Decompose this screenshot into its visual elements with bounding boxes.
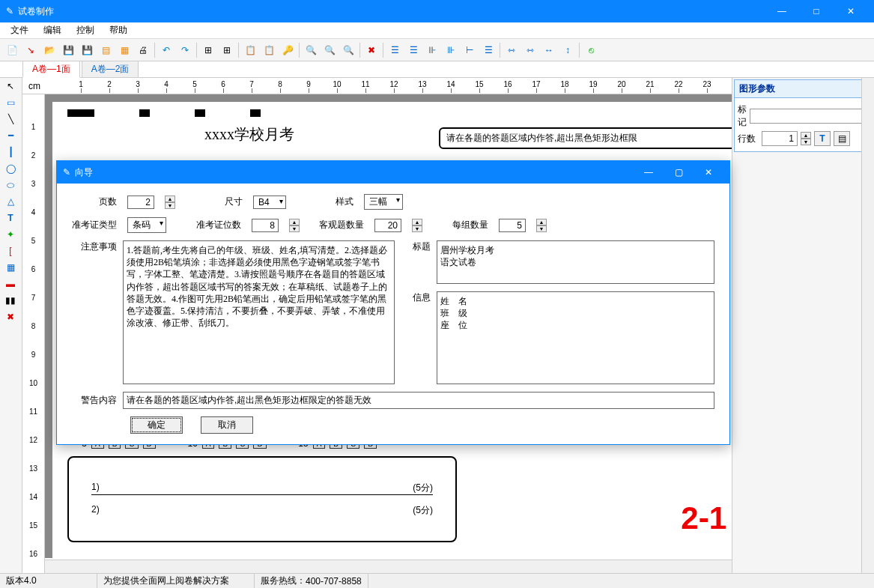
align-top-icon[interactable]: ⊪	[423, 41, 441, 59]
align-left-icon[interactable]: ☰	[386, 41, 404, 59]
copyall-icon[interactable]: ⊞	[218, 41, 236, 59]
marker-block	[67, 109, 94, 117]
objcnt-label: 客观题数量	[319, 219, 364, 231]
maximize-button[interactable]: □	[799, 0, 834, 22]
print-icon[interactable]: 🖨	[134, 41, 152, 59]
tool-pointer[interactable]: ↖	[0, 78, 21, 94]
answer-box: 1)(5分) 2)(5分)	[67, 456, 457, 542]
new-icon[interactable]: 📄	[3, 41, 21, 59]
exit-icon[interactable]: ⎋	[582, 41, 600, 59]
tool-rect[interactable]: ▭	[0, 94, 21, 111]
cancel-button[interactable]: 取消	[201, 416, 253, 434]
panel-scrollbar[interactable]	[861, 78, 874, 573]
saveas-icon[interactable]: 💾	[78, 41, 96, 59]
list-style-button[interactable]: ▤	[834, 131, 850, 146]
zoom-in-icon[interactable]: 🔍	[339, 41, 357, 59]
delete-icon[interactable]: ✖	[362, 41, 380, 59]
zoom-100-icon[interactable]: 🔍	[321, 41, 339, 59]
tab-a1[interactable]: A卷—1面	[22, 61, 80, 78]
tool-fill[interactable]: ▬	[0, 276, 21, 292]
tool-line[interactable]: ╲	[0, 111, 21, 127]
q-score: (5分)	[413, 504, 433, 517]
tab-a2[interactable]: A卷—2面	[82, 61, 139, 77]
text-style-button[interactable]: T	[814, 131, 831, 146]
notes-label: 注意事项	[72, 240, 117, 384]
tool-text[interactable]: T	[0, 210, 21, 226]
status-hotline: 服务热线：400-707-8858	[255, 574, 368, 588]
panel-header-shape[interactable]: 图形参数 ⌃	[735, 80, 872, 98]
key-icon[interactable]: 🔑	[279, 41, 297, 59]
tool-star[interactable]: ✦	[0, 226, 21, 243]
wizard-minimize[interactable]: —	[634, 162, 664, 183]
style-select[interactable]: 三幅	[364, 194, 403, 210]
objcnt-input[interactable]: 20	[374, 219, 401, 232]
align-right-icon[interactable]: ☰	[404, 41, 422, 59]
objcnt-spinner[interactable]: ▲▼	[412, 219, 422, 232]
tool-hline[interactable]: ━	[0, 127, 21, 144]
titlebox-textarea[interactable]	[437, 240, 714, 284]
menu-control[interactable]: 控制	[69, 22, 102, 38]
tool-bracket[interactable]: [	[0, 243, 21, 259]
status-version: 版本4.0	[0, 574, 97, 588]
wizard-title: 向导	[75, 166, 634, 179]
q-num: 1)	[91, 482, 100, 494]
lines-spinner[interactable]: ▲▼	[801, 132, 811, 145]
mark-input[interactable]	[750, 109, 870, 124]
pasteall-icon[interactable]: 📋	[260, 41, 278, 59]
undo-icon[interactable]: ↶	[157, 41, 175, 59]
tool-delete[interactable]: ✖	[0, 309, 21, 325]
grpcnt-input[interactable]: 5	[499, 219, 526, 232]
align-hcenter-icon[interactable]: ⊢	[461, 41, 479, 59]
horizontal-scrollbar[interactable]	[45, 560, 732, 573]
form-icon[interactable]: ▤	[97, 41, 115, 59]
instruction-box: 请在各题的答题区域内作答,超出黑色矩形边框限	[439, 127, 732, 149]
q-num: 2)	[91, 504, 100, 517]
info-textarea[interactable]	[437, 291, 714, 384]
iddigits-input[interactable]: 8	[252, 219, 279, 232]
close-button[interactable]: ✕	[834, 0, 868, 22]
notes-textarea[interactable]	[123, 240, 395, 384]
align-vcenter-icon[interactable]: ☰	[479, 41, 497, 59]
table-icon[interactable]: ▦	[115, 41, 133, 59]
copy-icon[interactable]: ⊞	[199, 41, 217, 59]
paste-icon[interactable]: 📋	[241, 41, 259, 59]
warn-input[interactable]: 请在各题的答题区域内作答,超出黑色矩形边框限定的答题无效	[123, 392, 714, 409]
size-select[interactable]: B4	[253, 196, 286, 209]
tool-vline[interactable]: ┃	[0, 144, 21, 160]
lines-label: 行数	[738, 133, 759, 145]
iddigits-spinner[interactable]: ▲▼	[289, 219, 300, 232]
dist-v-icon[interactable]: ⇿	[521, 41, 539, 59]
menu-file[interactable]: 文件	[3, 22, 36, 38]
wizard-close[interactable]: ✕	[694, 162, 723, 183]
tool-circle[interactable]: ◯	[0, 160, 21, 177]
dist-h-icon[interactable]: ⇿	[503, 41, 521, 59]
pages-label: 页数	[99, 196, 117, 208]
open-icon[interactable]: 📂	[40, 41, 58, 59]
redo-icon[interactable]: ↷	[176, 41, 194, 59]
ok-button[interactable]: 确定	[130, 416, 183, 434]
pages-spinner[interactable]: ▲▼	[165, 196, 175, 209]
wizard-icon: ✎	[63, 167, 70, 178]
idtype-label: 准考证类型	[72, 219, 117, 231]
sheet-tabs: A卷—1面 A卷—2面	[0, 61, 874, 78]
zoom-out-icon[interactable]: 🔍	[302, 41, 320, 59]
size-h-icon[interactable]: ↕	[559, 41, 577, 59]
tool-grid[interactable]: ▦	[0, 259, 21, 276]
tool-ellipse[interactable]: ⬭	[0, 177, 21, 193]
idtype-select[interactable]: 条码	[127, 217, 166, 233]
menu-edit[interactable]: 编辑	[36, 22, 69, 38]
pages-input[interactable]: 2	[127, 196, 154, 209]
size-w-icon[interactable]: ↔	[540, 41, 558, 59]
wizard-maximize[interactable]: ▢	[664, 162, 694, 183]
minimize-button[interactable]: —	[765, 0, 799, 22]
align-bottom-icon[interactable]: ⊪	[442, 41, 460, 59]
menu-help[interactable]: 帮助	[102, 22, 135, 38]
lines-input[interactable]	[762, 131, 798, 146]
wizard-titlebar[interactable]: ✎ 向导 — ▢ ✕	[57, 161, 729, 184]
wizard-dialog: ✎ 向导 — ▢ ✕ 页数 2 ▲▼ 尺寸 B4 样式 三幅 准考证类型 条码	[56, 160, 730, 445]
grpcnt-spinner[interactable]: ▲▼	[536, 219, 547, 232]
tool-barcode[interactable]: ▮▮	[0, 292, 21, 309]
save-icon[interactable]: 💾	[59, 41, 77, 59]
wizard-icon[interactable]: ↘	[22, 41, 40, 59]
tool-triangle[interactable]: △	[0, 193, 21, 210]
